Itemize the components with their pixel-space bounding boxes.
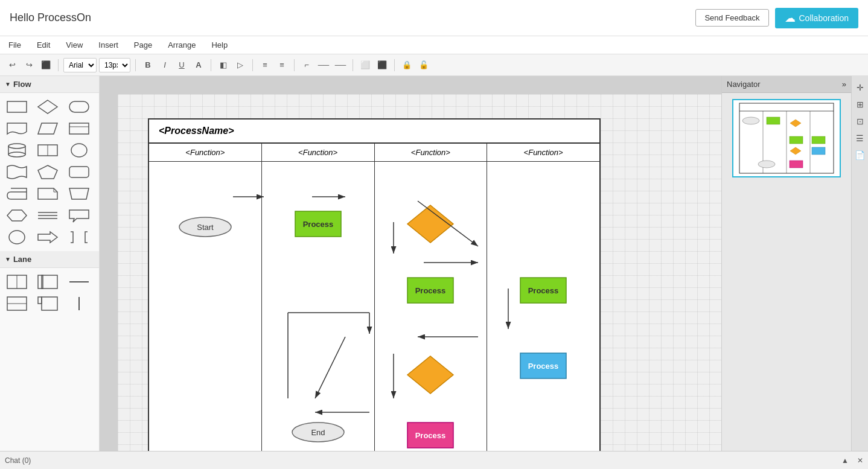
underline-button[interactable]: U: [174, 58, 189, 72]
shape-rounded-rect[interactable]: [67, 98, 91, 116]
connector-type-button[interactable]: ⌐: [299, 58, 314, 72]
flow-shapes-grid: [0, 93, 99, 251]
menu-edit[interactable]: Edit: [34, 39, 53, 51]
svg-marker-1: [38, 100, 57, 113]
shape-striped[interactable]: [67, 120, 91, 138]
shape-rectangle[interactable]: [5, 98, 29, 116]
shape-note[interactable]: [36, 185, 60, 203]
menu-view[interactable]: View: [63, 39, 85, 51]
header: Hello ProcessOn Send Feedback ☁ Collabor…: [0, 0, 868, 36]
shape-diamond[interactable]: [36, 98, 60, 116]
font-color-button[interactable]: A: [191, 58, 206, 72]
toolbar: ↩ ↪ ⬛ Arial 13px B I U A ◧ ▷ ≡ ≡ ⌐ ── ──…: [0, 54, 868, 76]
shape-arrow[interactable]: [36, 228, 60, 246]
shape-circle2[interactable]: [5, 228, 29, 246]
lane-2-body[interactable]: Process End: [262, 162, 374, 451]
end-shape[interactable]: End: [291, 421, 345, 443]
shape-lines[interactable]: [36, 206, 60, 225]
line-color-button[interactable]: ▷: [233, 58, 247, 72]
to-front-button[interactable]: ⬜: [358, 58, 372, 72]
svg-point-12: [71, 144, 87, 157]
menu-help[interactable]: Help: [209, 39, 230, 51]
shape-callout[interactable]: [67, 206, 91, 225]
fit-width-button[interactable]: ⊡: [854, 115, 867, 128]
shape-can[interactable]: [5, 141, 29, 159]
menu-page[interactable]: Page: [132, 39, 155, 51]
line-end-button[interactable]: ──: [333, 58, 348, 72]
canvas-area[interactable]: <ProcessName> <Function> Start: [100, 76, 721, 451]
shape-rect-round[interactable]: [67, 163, 91, 181]
line-style-button[interactable]: ──: [316, 58, 331, 72]
svg-text:Process: Process: [302, 220, 333, 229]
shape-scroll[interactable]: [5, 185, 29, 203]
lane-4-header: <Function>: [487, 144, 599, 162]
svg-rect-71: [812, 147, 825, 155]
canvas[interactable]: <ProcessName> <Function> Start: [118, 94, 721, 451]
decision-1[interactable]: [406, 204, 455, 244]
unlock-button[interactable]: 🔓: [416, 58, 431, 72]
lane-3-body[interactable]: Process: [375, 162, 487, 451]
svg-marker-17: [69, 188, 89, 199]
to-back-button[interactable]: ⬛: [375, 58, 389, 72]
shape-document[interactable]: [5, 120, 29, 138]
shape-circle[interactable]: [67, 141, 91, 159]
separator-3: [211, 59, 211, 71]
lane-shape-2[interactable]: [36, 273, 60, 291]
svg-marker-3: [38, 123, 57, 134]
flow-section-header[interactable]: ▼ Flow: [0, 76, 99, 93]
lane-2-header: <Function>: [262, 144, 374, 162]
shape-wave[interactable]: [5, 163, 29, 181]
shape-pentagon[interactable]: [36, 163, 60, 181]
lane-shape-line[interactable]: [67, 273, 91, 291]
sidebar: ▼ Flow: [0, 76, 100, 451]
bold-button[interactable]: B: [141, 58, 155, 72]
fill-color-button[interactable]: ◧: [216, 58, 231, 72]
shape-hexagon[interactable]: [5, 206, 29, 225]
lane-shape-1[interactable]: [5, 273, 29, 291]
italic-button[interactable]: I: [158, 58, 172, 72]
send-feedback-button[interactable]: Send Feedback: [695, 9, 768, 27]
font-family-select[interactable]: Arial: [63, 58, 97, 72]
lane-shape-3[interactable]: [5, 295, 29, 313]
process-3[interactable]: Process: [519, 276, 567, 304]
align-center-button[interactable]: ≡: [275, 58, 289, 72]
process-1[interactable]: Process: [294, 210, 342, 238]
process-2[interactable]: Process: [406, 276, 455, 304]
svg-rect-68: [790, 136, 803, 144]
process-blue[interactable]: Process: [519, 352, 567, 380]
lane-shape-4[interactable]: [36, 295, 60, 313]
format-button[interactable]: ☰: [854, 132, 867, 145]
chat-close-icon[interactable]: ✕: [857, 456, 863, 465]
history-button[interactable]: ⬛: [39, 58, 53, 72]
menu-arrange[interactable]: Arrange: [165, 39, 198, 51]
lane-4-body[interactable]: Process Process: [487, 162, 599, 451]
shape-bracket[interactable]: [67, 228, 91, 246]
process-pink[interactable]: Process: [406, 421, 455, 449]
menu-file[interactable]: File: [6, 39, 24, 51]
svg-point-9: [8, 152, 25, 157]
lanes-container: <Function> Start <Functi: [149, 144, 599, 451]
lane-1-body[interactable]: Start: [149, 162, 261, 451]
menu-insert[interactable]: Insert: [96, 39, 121, 51]
separator-7: [394, 59, 395, 71]
shape-trapezoid[interactable]: [67, 185, 91, 203]
navigator-expand-icon[interactable]: »: [842, 80, 846, 89]
font-size-select[interactable]: 13px: [99, 58, 130, 72]
undo-button[interactable]: ↩: [5, 58, 19, 72]
lane-shape-vline[interactable]: [67, 295, 91, 313]
zoom-in-button[interactable]: ⊞: [854, 98, 867, 111]
redo-button[interactable]: ↪: [22, 58, 36, 72]
lane-section-header[interactable]: ▼ Lane: [0, 251, 99, 268]
page-button[interactable]: 📄: [854, 148, 867, 162]
start-shape[interactable]: Start: [178, 216, 232, 238]
shape-rect-split[interactable]: [36, 141, 60, 159]
align-left-button[interactable]: ≡: [258, 58, 272, 72]
decision-2[interactable]: [406, 355, 455, 395]
fit-page-button[interactable]: ✛: [854, 81, 867, 94]
lock-button[interactable]: 🔒: [400, 58, 414, 72]
cloud-icon: ☁: [785, 11, 796, 25]
collaboration-button[interactable]: ☁ Collaboration: [775, 8, 859, 28]
chat-expand-icon[interactable]: ▲: [841, 456, 849, 465]
svg-rect-72: [790, 161, 803, 168]
shape-parallelogram[interactable]: [36, 120, 60, 138]
